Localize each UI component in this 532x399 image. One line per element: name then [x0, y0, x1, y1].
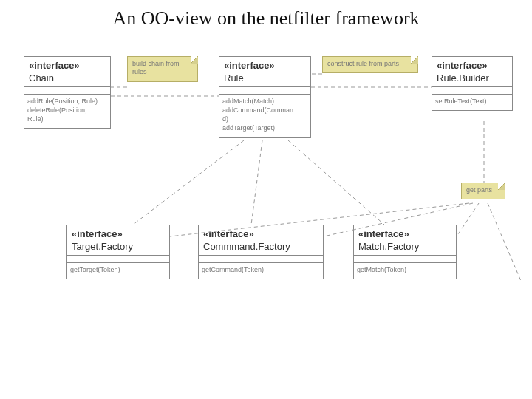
note-construct-rule: construct rule from parts — [322, 56, 418, 73]
class-match-factory: «interface» Match.Factory getMatch(Token… — [353, 225, 457, 279]
class-name: Commmand.Factory — [203, 241, 318, 252]
class-command-factory: «interface» Commmand.Factory getCommand(… — [198, 225, 324, 279]
stereotype-label: «interface» — [29, 60, 106, 71]
operations-compartment: getTarget(Token) — [67, 263, 169, 279]
class-name: Target.Factory — [72, 241, 165, 252]
class-target-factory: «interface» Target.Factory getTarget(Tok… — [66, 225, 170, 279]
class-rule: «interface» Rule addMatch(Match) addComm… — [219, 56, 311, 138]
stereotype-label: «interface» — [72, 228, 165, 239]
class-header: «interface» Match.Factory — [354, 225, 456, 256]
svg-line-7 — [457, 203, 479, 236]
attributes-compartment — [67, 256, 169, 263]
class-chain: «interface» Chain addRule(Position, Rule… — [24, 56, 111, 129]
class-name: Rule.Builder — [437, 72, 508, 83]
operations-compartment: addMatch(Match) addCommand(Comman d) add… — [219, 95, 310, 137]
operations-compartment: getCommand(Token) — [199, 263, 323, 279]
class-header: «interface» Rule — [219, 57, 310, 87]
svg-line-10 — [251, 140, 262, 225]
attributes-compartment — [432, 87, 512, 95]
class-header: «interface» Rule.Builder — [432, 57, 512, 87]
svg-line-8 — [488, 203, 521, 281]
stereotype-label: «interface» — [203, 228, 318, 239]
note-build-chain: build chain from rules — [127, 56, 198, 82]
stereotype-label: «interface» — [437, 60, 508, 71]
class-header: «interface» Target.Factory — [67, 225, 169, 256]
attributes-compartment — [24, 87, 110, 95]
attributes-compartment — [199, 256, 323, 263]
stereotype-label: «interface» — [358, 228, 451, 239]
operations-compartment: setRuleText(Text) — [432, 95, 512, 110]
svg-line-11 — [288, 140, 384, 225]
note-get-parts: get parts — [461, 183, 505, 200]
class-header: «interface» Commmand.Factory — [199, 225, 323, 256]
diagram-title: An OO-view on the netfilter framework — [0, 7, 532, 30]
class-name: Rule — [224, 72, 306, 83]
svg-line-9 — [133, 140, 244, 225]
class-rule-builder: «interface» Rule.Builder setRuleText(Tex… — [432, 56, 513, 111]
operations-compartment: getMatch(Token) — [354, 263, 456, 279]
attributes-compartment — [219, 87, 310, 95]
class-name: Chain — [29, 72, 106, 83]
class-name: Match.Factory — [358, 241, 451, 252]
operations-compartment: addRule(Position, Rule) deleteRule(Posit… — [24, 95, 110, 128]
stereotype-label: «interface» — [224, 60, 306, 71]
attributes-compartment — [354, 256, 456, 263]
class-header: «interface» Chain — [24, 57, 110, 87]
